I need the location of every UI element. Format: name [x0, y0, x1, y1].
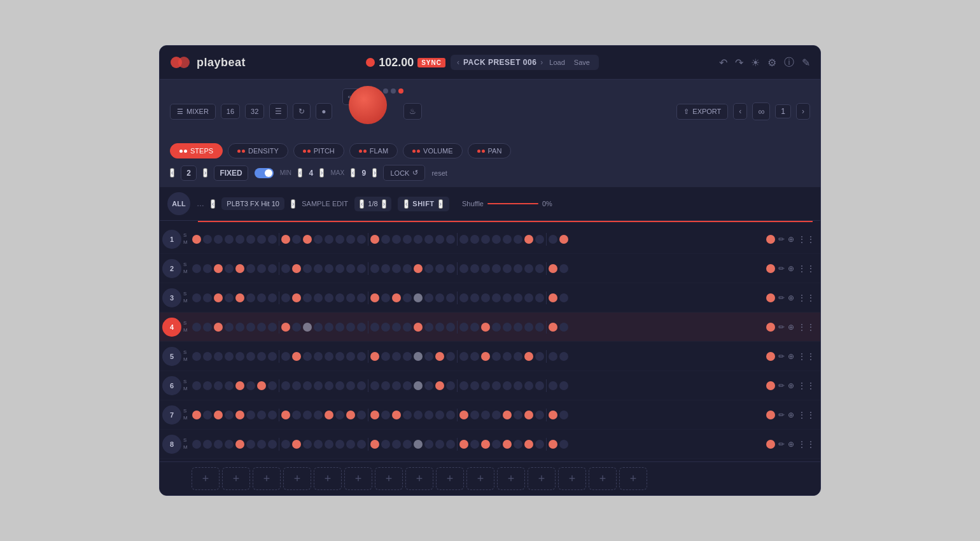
density-mode-btn[interactable]: DENSITY: [228, 143, 288, 158]
step[interactable]: [335, 381, 344, 390]
step[interactable]: [335, 352, 344, 361]
step[interactable]: [503, 323, 512, 332]
copy-icon[interactable]: ⊕: [788, 235, 794, 244]
edit-icon[interactable]: ✏: [778, 235, 785, 244]
step[interactable]: [492, 235, 501, 244]
step[interactable]: [459, 235, 468, 244]
step[interactable]: [470, 235, 479, 244]
step[interactable]: [424, 440, 433, 449]
step[interactable]: [225, 440, 234, 449]
step[interactable]: [303, 235, 312, 244]
step[interactable]: [403, 411, 412, 419]
step[interactable]: [268, 381, 277, 390]
loop-prev-btn[interactable]: ‹: [733, 103, 747, 120]
step[interactable]: [214, 235, 223, 244]
step[interactable]: [481, 352, 490, 361]
step-next-btn[interactable]: ›: [203, 168, 207, 178]
steps-mode-btn[interactable]: STEPS: [170, 143, 223, 158]
lock-button[interactable]: LOCK ↺: [383, 165, 425, 181]
step[interactable]: [192, 235, 201, 244]
step[interactable]: [225, 323, 234, 332]
step[interactable]: [246, 293, 255, 302]
step[interactable]: [492, 411, 501, 419]
mute-btn[interactable]: M: [183, 298, 188, 304]
step[interactable]: [370, 381, 379, 390]
step[interactable]: [346, 352, 355, 361]
step[interactable]: [470, 411, 479, 419]
step[interactable]: [314, 264, 323, 273]
mute-btn[interactable]: M: [183, 386, 188, 392]
step[interactable]: [225, 264, 234, 273]
step[interactable]: [392, 411, 401, 419]
step[interactable]: [535, 323, 544, 332]
step[interactable]: [281, 381, 290, 390]
track-number-6[interactable]: 6: [162, 376, 181, 395]
step[interactable]: [292, 264, 301, 273]
record-btn[interactable]: ●: [316, 103, 332, 120]
step[interactable]: [503, 264, 512, 273]
step[interactable]: [292, 440, 301, 449]
step[interactable]: [314, 411, 323, 419]
step[interactable]: [470, 381, 479, 390]
step[interactable]: [392, 323, 401, 332]
solo-btn[interactable]: S: [183, 437, 188, 444]
add-track-btn-9[interactable]: +: [466, 467, 494, 490]
tail-dot[interactable]: [766, 440, 775, 449]
tail-dot[interactable]: [766, 235, 775, 244]
step[interactable]: [381, 381, 390, 390]
step[interactable]: [257, 264, 266, 273]
step[interactable]: [424, 381, 433, 390]
pattern-btn[interactable]: ☰: [269, 103, 288, 120]
step[interactable]: [214, 264, 223, 273]
copy-icon[interactable]: ⊕: [788, 352, 794, 361]
step[interactable]: [524, 411, 533, 419]
step[interactable]: [535, 293, 544, 302]
step[interactable]: [214, 293, 223, 302]
more-icon[interactable]: ⋮⋮: [797, 293, 815, 303]
mute-btn[interactable]: M: [183, 444, 188, 451]
step[interactable]: [314, 293, 323, 302]
step[interactable]: [357, 411, 366, 419]
step[interactable]: [235, 411, 244, 419]
step[interactable]: [203, 264, 212, 273]
step[interactable]: [192, 381, 201, 390]
sample-edit-button[interactable]: SAMPLE EDIT: [302, 200, 348, 207]
step[interactable]: [503, 381, 512, 390]
step[interactable]: [446, 352, 455, 361]
step[interactable]: [403, 264, 412, 273]
save-button[interactable]: Save: [571, 59, 592, 66]
step[interactable]: [424, 264, 433, 273]
redo-button[interactable]: ↷: [735, 57, 743, 69]
step[interactable]: [446, 264, 455, 273]
step[interactable]: [503, 293, 512, 302]
step[interactable]: [314, 440, 323, 449]
step[interactable]: [214, 381, 223, 390]
step[interactable]: [292, 293, 301, 302]
step[interactable]: [459, 381, 468, 390]
copy-icon[interactable]: ⊕: [788, 411, 794, 419]
solo-btn[interactable]: S: [183, 349, 188, 356]
track-number-8[interactable]: 8: [162, 435, 181, 454]
step[interactable]: [446, 411, 455, 419]
step[interactable]: [246, 235, 255, 244]
step[interactable]: [325, 381, 333, 390]
track-number-7[interactable]: 7: [162, 405, 181, 425]
step[interactable]: [303, 264, 312, 273]
step[interactable]: [292, 411, 301, 419]
step[interactable]: [559, 440, 568, 449]
step[interactable]: [492, 440, 501, 449]
step[interactable]: [470, 264, 479, 273]
step[interactable]: [268, 235, 277, 244]
step-prev-btn[interactable]: ‹: [170, 168, 174, 178]
step[interactable]: [535, 235, 544, 244]
step[interactable]: [514, 411, 522, 419]
theme-button[interactable]: ☀: [751, 57, 760, 69]
shift-prev-btn[interactable]: ‹: [404, 199, 409, 209]
step[interactable]: [192, 352, 201, 361]
step[interactable]: [292, 381, 301, 390]
step[interactable]: [459, 352, 468, 361]
step[interactable]: [524, 293, 533, 302]
add-track-btn-10[interactable]: +: [497, 467, 525, 490]
step[interactable]: [446, 235, 455, 244]
step[interactable]: [514, 323, 522, 332]
